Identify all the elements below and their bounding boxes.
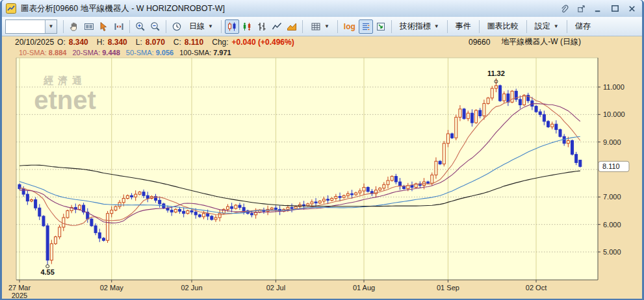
symbol-code: 09660 <box>469 38 490 47</box>
svg-text:2025: 2025 <box>12 292 27 299</box>
svg-text:02 Oct: 02 Oct <box>526 284 547 292</box>
chart-analysis-window: 圖表分析[09660 地平線機器人 - W HORIZONROBOT-W] ▼ <box>0 0 644 300</box>
quote-bar: 20/10/2025 O: 8.340 H: 8.340 L: 8.070 C:… <box>2 36 642 47</box>
chart-region: 經濟通etnet11.00010.0009.0007.0006.0005.000… <box>2 36 642 299</box>
pan-hand-icon[interactable] <box>67 19 81 34</box>
type-hlc-bars-icon[interactable] <box>255 19 269 34</box>
low-value: 8.070 <box>146 38 165 47</box>
last-price-tag: 8.110 <box>599 161 629 171</box>
sma10-legend: 10-SMA: 8.884 <box>19 49 66 56</box>
svg-text:經濟通: 經濟通 <box>43 75 86 86</box>
chevron-down-icon: ▼ <box>434 23 439 29</box>
svg-text:5.000: 5.000 <box>603 248 621 256</box>
svg-text:01 Sep: 01 Sep <box>437 284 459 292</box>
sma20-legend: 20-SMA: 9.448 <box>72 49 120 56</box>
compare-button[interactable]: 圖表比較 <box>483 21 523 32</box>
chg-value: +0.040 (+0.496%) <box>232 38 294 47</box>
svg-text:9.000: 9.000 <box>603 138 621 146</box>
frames-icon[interactable] <box>82 19 96 34</box>
candlestick-chart[interactable]: 經濟通etnet11.00010.0009.0007.0006.0005.000… <box>2 36 642 299</box>
sma100-legend: 100-SMA: 7.971 <box>179 49 231 56</box>
indicators-button[interactable]: 技術指標▼ <box>395 21 444 32</box>
close-label: C: <box>174 38 181 47</box>
popout-icon[interactable] <box>574 3 587 14</box>
sma50-legend: 50-SMA: 9.056 <box>126 49 174 56</box>
high-label: H: <box>97 38 105 47</box>
chg-label: Chg: <box>212 38 228 47</box>
x-axis-labels: 27 Mar202502 May02 Jun02 Jul01 Aug01 Sep… <box>8 284 547 299</box>
minimize-button[interactable] <box>591 3 604 14</box>
svg-text:02 May: 02 May <box>100 284 124 292</box>
grid-icon <box>311 21 321 32</box>
quote-date: 20/10/2025 <box>15 38 54 47</box>
link-icon[interactable] <box>558 3 571 14</box>
settings-button[interactable]: 設定▼ <box>530 21 563 32</box>
chevron-down-icon: ▼ <box>554 23 559 29</box>
svg-text:10.000: 10.000 <box>603 110 625 118</box>
open-label: O: <box>57 38 66 47</box>
period-dropdown[interactable]: 日線▼ <box>185 21 218 32</box>
close-value: 8.110 <box>185 38 203 47</box>
type-area-icon[interactable] <box>285 19 299 34</box>
svg-text:01 Aug: 01 Aug <box>353 284 375 292</box>
window-title: 圖表分析[09660 地平線機器人 - W HORIZONROBOT-W] <box>21 3 553 14</box>
close-button[interactable] <box>625 3 638 14</box>
high-value: 8.340 <box>108 38 127 47</box>
combobox-dropdown-icon[interactable]: ▼ <box>45 20 57 33</box>
toolbar: ▼ 日線▼ <box>2 17 642 36</box>
grid-dropdown[interactable]: ▼ <box>306 21 334 32</box>
pointer-icon[interactable] <box>97 19 111 34</box>
log-scale-button[interactable]: log <box>341 19 358 34</box>
svg-text:4.55: 4.55 <box>40 268 54 276</box>
open-value: 8.340 <box>69 38 88 47</box>
zoom-out-icon[interactable] <box>148 19 162 34</box>
interval-clock-icon[interactable] <box>170 19 184 34</box>
price-lines-icon[interactable] <box>359 19 373 34</box>
app-chart-icon <box>6 3 16 14</box>
events-button[interactable]: 事件 <box>451 21 476 32</box>
svg-text:11.000: 11.000 <box>603 83 625 91</box>
save-button[interactable]: 儲存 <box>571 21 595 32</box>
sma-legend: 10-SMA: 8.884 20-SMA: 9.448 50-SMA: 9.05… <box>19 47 231 58</box>
low-label: L: <box>136 38 142 47</box>
bar-width-icon[interactable] <box>112 19 126 34</box>
title-bar[interactable]: 圖表分析[09660 地平線機器人 - W HORIZONROBOT-W] <box>2 0 642 17</box>
type-line-icon[interactable] <box>270 19 284 34</box>
symbol-name: 地平線機器人-W (日線) <box>501 36 581 47</box>
symbol-combobox[interactable]: ▼ <box>5 19 57 34</box>
export-data-icon[interactable] <box>374 19 388 34</box>
period-label: 日線 <box>189 21 205 32</box>
chevron-down-icon: ▼ <box>324 23 329 29</box>
svg-text:8.110: 8.110 <box>602 162 620 170</box>
svg-text:02 Jul: 02 Jul <box>266 284 285 292</box>
svg-text:27 Mar: 27 Mar <box>8 284 31 292</box>
type-candlestick-icon[interactable] <box>225 19 239 34</box>
maximize-button[interactable] <box>608 3 621 14</box>
zoom-in-icon[interactable] <box>133 19 148 34</box>
chevron-down-icon: ▼ <box>208 23 213 29</box>
svg-text:etnet: etnet <box>34 86 96 114</box>
svg-text:11.32: 11.32 <box>487 69 505 77</box>
svg-text:02 Jun: 02 Jun <box>181 284 202 292</box>
type-ohlc-icon[interactable] <box>240 19 254 34</box>
symbol-input[interactable] <box>6 20 45 33</box>
svg-text:6.000: 6.000 <box>603 221 621 229</box>
svg-text:7.000: 7.000 <box>603 193 621 201</box>
